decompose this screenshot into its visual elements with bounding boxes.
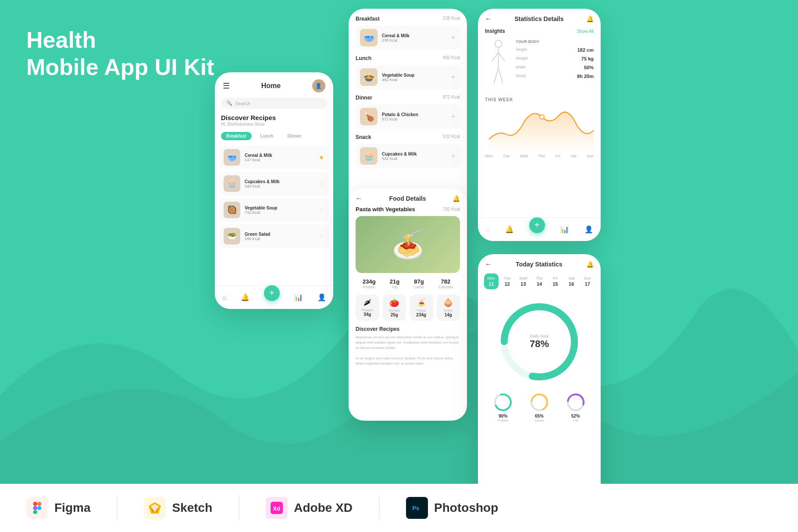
search-bar[interactable]: 🔍 Search: [221, 98, 327, 109]
tab-dinner[interactable]: Dinner: [282, 132, 307, 140]
stats-nav-chart[interactable]: 📊: [560, 225, 569, 234]
meal-kcal-cereal: 238 Kcal: [382, 38, 446, 43]
ingredient-pepper: 🌶 Pepper 34g: [356, 294, 379, 321]
tool-photoshop[interactable]: Ps Photoshop: [406, 497, 498, 519]
stats-bell-icon[interactable]: 🔔: [586, 15, 594, 22]
svg-line-4: [494, 68, 498, 83]
stats-fab[interactable]: +: [529, 217, 545, 233]
daily-goal-label: Daily Goal: [530, 334, 549, 338]
stats-nav-home[interactable]: ⌂: [485, 226, 490, 234]
meal-card-cupcake[interactable]: 🧁 Cupcakes & Milk 532 Kcal +: [356, 144, 460, 168]
cal-day-fri[interactable]: Fri 15: [548, 273, 563, 289]
tool-figma[interactable]: Figma: [26, 497, 90, 519]
food-kcal: 782 Kcal: [443, 207, 460, 212]
protein-label: Protein: [493, 419, 513, 422]
svg-line-3: [498, 53, 505, 61]
nav-chart-icon[interactable]: 📊: [294, 293, 303, 301]
tool-adobexd[interactable]: Xd Adobe XD: [266, 497, 353, 519]
recipe-item-2[interactable]: 🧁 Cupcakes & Milk 345 Kcal ☆: [219, 172, 329, 195]
search-placeholder: Search: [235, 101, 250, 106]
food-back-icon[interactable]: ←: [356, 195, 363, 202]
svg-text:Ps: Ps: [413, 505, 419, 511]
page-title: Health Mobile App UI Kit: [26, 26, 214, 81]
today-back-icon[interactable]: ←: [485, 260, 492, 268]
star-icon-2[interactable]: ☆: [319, 180, 324, 187]
stats-nav-bell[interactable]: 🔔: [505, 225, 514, 234]
discover-recipes-text: Maecenas vel orci vel orci bibendum moll…: [356, 335, 460, 366]
phone-home-screen: ☰ Home 👤 🔍 Search Discover Recipes Hi, B…: [215, 72, 333, 309]
svg-rect-17: [33, 506, 38, 511]
nav-home-icon[interactable]: ⌂: [222, 294, 226, 301]
tab-breakfast[interactable]: Breakfast: [221, 132, 252, 140]
show-all-link[interactable]: Show All: [577, 29, 594, 34]
breakfast-kcal: 238 Kcal: [443, 16, 460, 22]
hamburger-icon[interactable]: ☰: [223, 81, 230, 91]
food-name: Pasta with Vegetables: [356, 206, 415, 213]
sleep-value: 8h 20m: [577, 74, 594, 79]
photoshop-icon: Ps: [406, 497, 428, 519]
recipe-item-4[interactable]: 🥗 Green Salad 189 Kcal ☆: [219, 224, 329, 248]
nav-bell-icon[interactable]: 🔔: [241, 293, 249, 301]
recipe-item-3[interactable]: 🥘 Vegetable Soup 732 Kcal ☆: [219, 198, 329, 222]
stats-title: Statistics Details: [514, 15, 563, 22]
recipe-name-1: Cereal & Milk: [245, 153, 314, 158]
svg-rect-15: [33, 502, 38, 506]
add-meal-cereal[interactable]: +: [451, 33, 456, 43]
this-week-label: THIS WEEK: [478, 96, 601, 104]
nav-profile-icon[interactable]: 👤: [317, 293, 326, 301]
meal-img-chicken: 🍗: [360, 108, 378, 125]
snack-label: Snack: [356, 134, 371, 140]
water-label: Water: [516, 65, 526, 70]
cal-day-sat[interactable]: Sat 16: [564, 273, 579, 289]
protein-val: 90%: [493, 414, 513, 419]
meal-card-cereal[interactable]: 🥣 Cereal & Milk 238 Kcal +: [356, 25, 460, 50]
figma-icon: [26, 497, 48, 519]
food-image: 🍝: [356, 216, 460, 273]
cal-day-thu[interactable]: Thu 14: [532, 273, 547, 289]
recipe-kcal-4: 189 Kcal: [245, 237, 314, 241]
add-meal-chicken[interactable]: +: [451, 112, 456, 121]
stat-carbs: 65% Carbs: [530, 393, 549, 422]
macro-protein: 234g Protein: [363, 278, 376, 289]
tool-sketch[interactable]: Sketch: [144, 497, 212, 519]
today-title: Today Statistics: [516, 261, 562, 268]
star-icon-1[interactable]: ★: [319, 154, 324, 161]
stats-nav-profile[interactable]: 👤: [584, 225, 593, 234]
stat-fat: 52% Fat: [566, 393, 585, 422]
macro-carbo: 87g Carbo: [413, 278, 424, 289]
figma-label: Figma: [54, 501, 90, 515]
tab-lunch[interactable]: Lunch: [255, 132, 279, 140]
meal-card-chicken[interactable]: 🍗 Potato & Chicken 872 Kcal +: [356, 104, 460, 129]
stats-back-icon[interactable]: ←: [485, 15, 492, 23]
fat-val: 52%: [566, 414, 585, 419]
discover-recipes-title: Discover Recipes: [356, 326, 460, 332]
stat-protein: 90% Protein: [493, 393, 513, 422]
fab-add-button[interactable]: +: [264, 285, 280, 301]
donut-chart-section: Daily Goal 78%: [478, 291, 601, 393]
recipe-item-1[interactable]: 🥣 Cereal & Milk 147 Kcal ★: [219, 145, 329, 169]
meal-card-soup[interactable]: 🍲 Vegetable Soup 482 Kcal +: [356, 65, 460, 89]
cal-day-tue[interactable]: Tue 12: [500, 273, 515, 289]
cal-day-mon[interactable]: Mon 11: [484, 273, 499, 289]
meal-kcal-chicken: 872 Kcal: [382, 117, 446, 121]
recipe-img-1: 🥣: [224, 149, 240, 166]
recipe-img-4: 🥗: [224, 228, 240, 245]
discover-title: Discover Recipes: [221, 114, 327, 121]
today-bell-icon[interactable]: 🔔: [586, 261, 594, 268]
add-meal-cupcake[interactable]: +: [451, 152, 456, 161]
avatar[interactable]: 👤: [312, 79, 325, 92]
ingredient-onion: 🧅 Onion 14g: [437, 294, 460, 321]
cal-day-sun[interactable]: Sun 17: [580, 273, 595, 289]
add-meal-soup[interactable]: +: [451, 73, 456, 82]
cal-day-wed[interactable]: Wed 13: [516, 273, 531, 289]
star-icon-4[interactable]: ☆: [319, 233, 324, 240]
phone-statistics: ← Statistics Details 🔔 Insights Show All…: [478, 9, 601, 241]
food-bell-icon[interactable]: 🔔: [452, 195, 460, 202]
height-value: 182 cm: [577, 47, 594, 53]
breakfast-label: Breakfast: [356, 16, 380, 22]
svg-rect-16: [37, 502, 42, 506]
svg-point-0: [495, 40, 502, 47]
star-icon-3[interactable]: ☆: [319, 206, 324, 213]
meal-name-chicken: Potato & Chicken: [382, 112, 446, 117]
dinner-label: Dinner: [356, 95, 372, 101]
